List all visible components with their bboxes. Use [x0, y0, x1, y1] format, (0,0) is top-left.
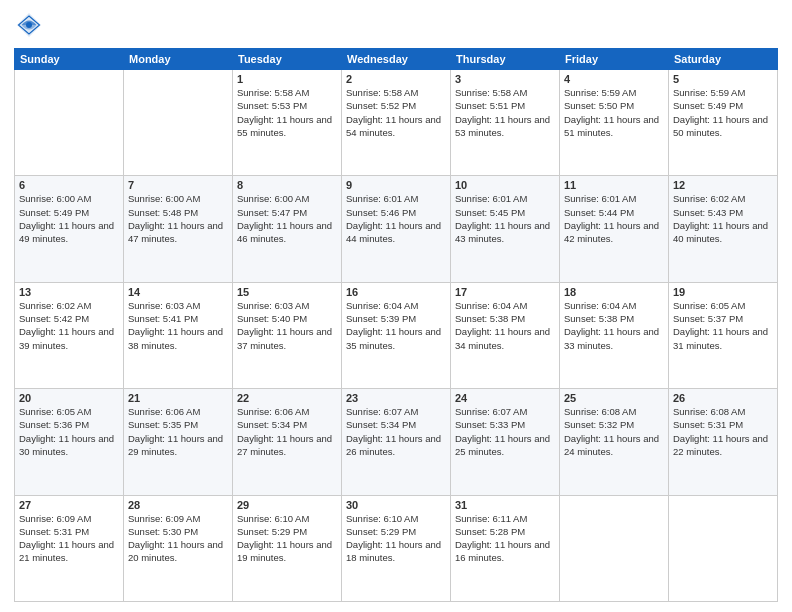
calendar-cell: 31Sunrise: 6:11 AMSunset: 5:28 PMDayligh… — [451, 495, 560, 601]
weekday-header-monday: Monday — [124, 49, 233, 70]
day-info: Sunrise: 5:59 AMSunset: 5:49 PMDaylight:… — [673, 86, 773, 139]
weekday-header-tuesday: Tuesday — [233, 49, 342, 70]
day-info: Sunrise: 6:00 AMSunset: 5:48 PMDaylight:… — [128, 192, 228, 245]
day-number: 12 — [673, 179, 773, 191]
weekday-header-saturday: Saturday — [669, 49, 778, 70]
day-info: Sunrise: 6:05 AMSunset: 5:36 PMDaylight:… — [19, 405, 119, 458]
day-number: 16 — [346, 286, 446, 298]
calendar-cell: 8Sunrise: 6:00 AMSunset: 5:47 PMDaylight… — [233, 176, 342, 282]
calendar-cell: 29Sunrise: 6:10 AMSunset: 5:29 PMDayligh… — [233, 495, 342, 601]
day-info: Sunrise: 6:01 AMSunset: 5:45 PMDaylight:… — [455, 192, 555, 245]
day-info: Sunrise: 6:05 AMSunset: 5:37 PMDaylight:… — [673, 299, 773, 352]
calendar-cell: 16Sunrise: 6:04 AMSunset: 5:39 PMDayligh… — [342, 282, 451, 388]
calendar-week-1: 1Sunrise: 5:58 AMSunset: 5:53 PMDaylight… — [15, 70, 778, 176]
day-number: 21 — [128, 392, 228, 404]
day-number: 1 — [237, 73, 337, 85]
calendar-cell: 19Sunrise: 6:05 AMSunset: 5:37 PMDayligh… — [669, 282, 778, 388]
calendar-cell: 23Sunrise: 6:07 AMSunset: 5:34 PMDayligh… — [342, 389, 451, 495]
weekday-header-friday: Friday — [560, 49, 669, 70]
calendar-cell — [124, 70, 233, 176]
calendar-cell: 27Sunrise: 6:09 AMSunset: 5:31 PMDayligh… — [15, 495, 124, 601]
day-number: 17 — [455, 286, 555, 298]
day-number: 11 — [564, 179, 664, 191]
calendar-week-2: 6Sunrise: 6:00 AMSunset: 5:49 PMDaylight… — [15, 176, 778, 282]
day-number: 27 — [19, 499, 119, 511]
day-number: 20 — [19, 392, 119, 404]
calendar-cell — [669, 495, 778, 601]
day-number: 19 — [673, 286, 773, 298]
calendar-week-3: 13Sunrise: 6:02 AMSunset: 5:42 PMDayligh… — [15, 282, 778, 388]
day-info: Sunrise: 6:07 AMSunset: 5:33 PMDaylight:… — [455, 405, 555, 458]
calendar-cell: 26Sunrise: 6:08 AMSunset: 5:31 PMDayligh… — [669, 389, 778, 495]
calendar-cell: 21Sunrise: 6:06 AMSunset: 5:35 PMDayligh… — [124, 389, 233, 495]
day-info: Sunrise: 5:58 AMSunset: 5:53 PMDaylight:… — [237, 86, 337, 139]
day-info: Sunrise: 6:08 AMSunset: 5:31 PMDaylight:… — [673, 405, 773, 458]
calendar-cell: 22Sunrise: 6:06 AMSunset: 5:34 PMDayligh… — [233, 389, 342, 495]
day-info: Sunrise: 6:00 AMSunset: 5:47 PMDaylight:… — [237, 192, 337, 245]
day-number: 5 — [673, 73, 773, 85]
day-number: 6 — [19, 179, 119, 191]
calendar-cell: 1Sunrise: 5:58 AMSunset: 5:53 PMDaylight… — [233, 70, 342, 176]
calendar-cell — [15, 70, 124, 176]
calendar-week-5: 27Sunrise: 6:09 AMSunset: 5:31 PMDayligh… — [15, 495, 778, 601]
calendar-cell: 10Sunrise: 6:01 AMSunset: 5:45 PMDayligh… — [451, 176, 560, 282]
calendar-body: 1Sunrise: 5:58 AMSunset: 5:53 PMDaylight… — [15, 70, 778, 602]
calendar-cell: 14Sunrise: 6:03 AMSunset: 5:41 PMDayligh… — [124, 282, 233, 388]
day-info: Sunrise: 5:58 AMSunset: 5:52 PMDaylight:… — [346, 86, 446, 139]
day-info: Sunrise: 6:10 AMSunset: 5:29 PMDaylight:… — [237, 512, 337, 565]
calendar-cell: 9Sunrise: 6:01 AMSunset: 5:46 PMDaylight… — [342, 176, 451, 282]
day-info: Sunrise: 6:07 AMSunset: 5:34 PMDaylight:… — [346, 405, 446, 458]
day-info: Sunrise: 6:02 AMSunset: 5:42 PMDaylight:… — [19, 299, 119, 352]
day-number: 9 — [346, 179, 446, 191]
calendar-cell: 4Sunrise: 5:59 AMSunset: 5:50 PMDaylight… — [560, 70, 669, 176]
day-number: 15 — [237, 286, 337, 298]
calendar-cell — [560, 495, 669, 601]
calendar-cell: 30Sunrise: 6:10 AMSunset: 5:29 PMDayligh… — [342, 495, 451, 601]
day-number: 26 — [673, 392, 773, 404]
calendar-cell: 3Sunrise: 5:58 AMSunset: 5:51 PMDaylight… — [451, 70, 560, 176]
weekday-header-row: SundayMondayTuesdayWednesdayThursdayFrid… — [15, 49, 778, 70]
calendar-cell: 2Sunrise: 5:58 AMSunset: 5:52 PMDaylight… — [342, 70, 451, 176]
weekday-header-thursday: Thursday — [451, 49, 560, 70]
day-number: 8 — [237, 179, 337, 191]
day-info: Sunrise: 5:58 AMSunset: 5:51 PMDaylight:… — [455, 86, 555, 139]
day-number: 13 — [19, 286, 119, 298]
calendar-cell: 6Sunrise: 6:00 AMSunset: 5:49 PMDaylight… — [15, 176, 124, 282]
calendar-cell: 13Sunrise: 6:02 AMSunset: 5:42 PMDayligh… — [15, 282, 124, 388]
day-number: 3 — [455, 73, 555, 85]
day-number: 18 — [564, 286, 664, 298]
calendar-cell: 17Sunrise: 6:04 AMSunset: 5:38 PMDayligh… — [451, 282, 560, 388]
calendar-table: SundayMondayTuesdayWednesdayThursdayFrid… — [14, 48, 778, 602]
page: SundayMondayTuesdayWednesdayThursdayFrid… — [0, 0, 792, 612]
calendar-cell: 20Sunrise: 6:05 AMSunset: 5:36 PMDayligh… — [15, 389, 124, 495]
calendar-week-4: 20Sunrise: 6:05 AMSunset: 5:36 PMDayligh… — [15, 389, 778, 495]
day-info: Sunrise: 6:11 AMSunset: 5:28 PMDaylight:… — [455, 512, 555, 565]
day-number: 14 — [128, 286, 228, 298]
day-number: 4 — [564, 73, 664, 85]
day-number: 28 — [128, 499, 228, 511]
day-info: Sunrise: 6:10 AMSunset: 5:29 PMDaylight:… — [346, 512, 446, 565]
day-info: Sunrise: 6:04 AMSunset: 5:38 PMDaylight:… — [455, 299, 555, 352]
day-info: Sunrise: 6:00 AMSunset: 5:49 PMDaylight:… — [19, 192, 119, 245]
day-info: Sunrise: 6:08 AMSunset: 5:32 PMDaylight:… — [564, 405, 664, 458]
day-info: Sunrise: 6:09 AMSunset: 5:30 PMDaylight:… — [128, 512, 228, 565]
svg-point-2 — [26, 22, 32, 28]
day-info: Sunrise: 6:06 AMSunset: 5:35 PMDaylight:… — [128, 405, 228, 458]
day-info: Sunrise: 6:03 AMSunset: 5:40 PMDaylight:… — [237, 299, 337, 352]
day-number: 24 — [455, 392, 555, 404]
calendar-cell: 7Sunrise: 6:00 AMSunset: 5:48 PMDaylight… — [124, 176, 233, 282]
day-info: Sunrise: 6:04 AMSunset: 5:39 PMDaylight:… — [346, 299, 446, 352]
day-number: 25 — [564, 392, 664, 404]
day-info: Sunrise: 6:09 AMSunset: 5:31 PMDaylight:… — [19, 512, 119, 565]
header — [14, 10, 778, 40]
day-number: 10 — [455, 179, 555, 191]
day-number: 30 — [346, 499, 446, 511]
calendar-cell: 18Sunrise: 6:04 AMSunset: 5:38 PMDayligh… — [560, 282, 669, 388]
logo-icon — [14, 10, 44, 40]
day-number: 22 — [237, 392, 337, 404]
calendar-cell: 28Sunrise: 6:09 AMSunset: 5:30 PMDayligh… — [124, 495, 233, 601]
calendar-cell: 15Sunrise: 6:03 AMSunset: 5:40 PMDayligh… — [233, 282, 342, 388]
calendar-cell: 12Sunrise: 6:02 AMSunset: 5:43 PMDayligh… — [669, 176, 778, 282]
day-number: 29 — [237, 499, 337, 511]
weekday-header-wednesday: Wednesday — [342, 49, 451, 70]
